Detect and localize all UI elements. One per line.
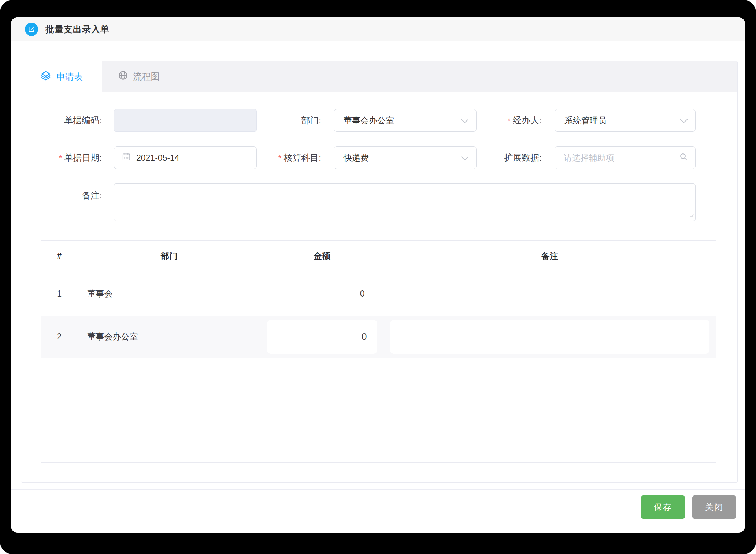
doc-code-input[interactable] (114, 109, 257, 132)
dialog-footer: 保存 关闭 (11, 489, 745, 519)
form-row-3: 备注: (21, 183, 737, 221)
department-value: 董事会办公室 (344, 115, 394, 126)
subject-label: *核算科目: (257, 152, 321, 164)
chevron-down-icon (461, 116, 469, 126)
doc-date-picker[interactable]: 2021-05-14 (114, 146, 257, 169)
tab-application-form[interactable]: 申请表 (21, 61, 102, 92)
layers-icon (40, 70, 51, 83)
department-select[interactable]: 董事会办公室 (334, 109, 477, 132)
remark-label: 备注: (21, 190, 102, 201)
batch-expense-dialog: 批量支出录入单 申请表 (11, 17, 745, 533)
required-mark: * (508, 116, 511, 125)
table-row[interactable]: 2 董事会办公室 0 (41, 316, 716, 358)
handler-value: 系统管理员 (564, 115, 607, 126)
table-header-row: # 部门 金额 备注 (41, 241, 716, 272)
save-button[interactable]: 保存 (641, 495, 685, 519)
handler-label: *经办人: (477, 115, 542, 126)
row-amount[interactable]: 0 (261, 272, 383, 316)
form-panel: 申请表 流程图 单据编码: 部门: 董事会办公室 (21, 61, 738, 483)
tab-bar: 申请表 流程图 (21, 61, 737, 92)
ext-data-field (555, 146, 696, 169)
application-form: 单据编码: 部门: 董事会办公室 *经办人: 系统管理员 (21, 92, 737, 463)
remark-field (114, 183, 696, 221)
col-header-remark: 备注 (383, 241, 716, 272)
ext-data-input[interactable] (564, 153, 676, 163)
table-row[interactable]: 1 董事会 0 (41, 272, 716, 316)
handler-select[interactable]: 系统管理员 (555, 109, 696, 132)
remark-textarea[interactable] (114, 183, 696, 221)
chevron-down-icon (461, 153, 469, 163)
dialog-title: 批量支出录入单 (45, 23, 110, 35)
tab-label: 申请表 (56, 71, 83, 83)
doc-date-value: 2021-05-14 (136, 153, 179, 163)
row-index: 2 (41, 316, 78, 358)
subject-select[interactable]: 快递费 (334, 146, 477, 169)
row-department: 董事会办公室 (78, 316, 261, 358)
search-icon[interactable] (679, 152, 688, 163)
row-remark[interactable] (383, 272, 716, 316)
tab-label: 流程图 (133, 71, 160, 82)
col-header-index: # (41, 241, 78, 272)
row-department: 董事会 (78, 272, 261, 316)
calendar-icon (122, 152, 131, 164)
required-mark: * (59, 153, 62, 163)
col-header-amount: 金额 (261, 241, 383, 272)
edit-icon (25, 23, 38, 36)
subject-value: 快递费 (344, 152, 369, 164)
ext-data-label: 扩展数据: (477, 152, 542, 164)
row-index: 1 (41, 272, 78, 316)
department-label: 部门: (257, 115, 321, 126)
close-button[interactable]: 关闭 (692, 495, 736, 519)
form-row-1: 单据编码: 部门: 董事会办公室 *经办人: 系统管理员 (21, 109, 737, 132)
tab-flow-chart[interactable]: 流程图 (102, 61, 175, 92)
globe-icon (118, 70, 128, 83)
dialog-header: 批量支出录入单 (11, 17, 745, 41)
form-row-2: *单据日期: 2021-05-14 *核算科目: 快递费 (21, 146, 737, 170)
doc-code-label: 单据编码: (21, 115, 102, 126)
detail-table: # 部门 金额 备注 1 董事会 0 (41, 241, 716, 358)
amount-input[interactable]: 0 (267, 320, 377, 354)
col-header-department: 部门 (78, 241, 261, 272)
doc-date-label: *单据日期: (21, 152, 102, 164)
row-remark-cell (383, 316, 716, 358)
row-amount-cell: 0 (261, 316, 383, 358)
required-mark: * (278, 153, 282, 163)
detail-table-container: # 部门 金额 备注 1 董事会 0 (41, 240, 716, 463)
remark-input[interactable] (390, 320, 710, 354)
chevron-down-icon (680, 116, 688, 126)
